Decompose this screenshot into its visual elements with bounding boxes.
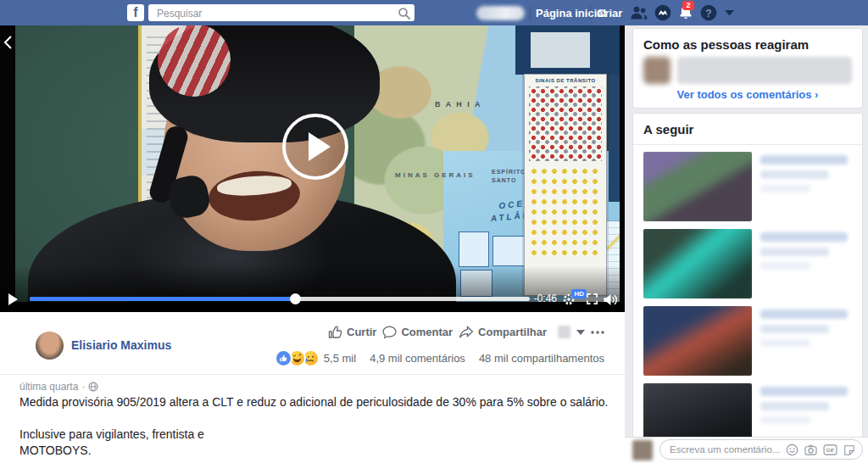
video-meta-blurred (760, 170, 829, 179)
blurred-comment-row[interactable] (643, 57, 852, 85)
video-title-blurred (760, 310, 848, 319)
help-icon[interactable]: ? (700, 4, 717, 21)
user-avatar-blurred (632, 440, 653, 460)
comments-count[interactable]: 4,9 mil comentários (370, 352, 465, 365)
sticker-icon[interactable] (843, 444, 855, 456)
share-button[interactable]: Compartilhar (459, 326, 547, 339)
traffic-signs-grid (529, 166, 602, 259)
video-thumbnail-blurred (643, 306, 752, 376)
video-meta-blurred (760, 325, 829, 333)
author-avatar[interactable] (36, 332, 64, 360)
like-button[interactable]: Curtir (328, 325, 376, 339)
author-name-link[interactable]: Elisiario Maximus (71, 338, 171, 352)
reaction-icons[interactable] (275, 349, 315, 367)
map-label-bahia: B A H I A (435, 100, 482, 109)
post-text-line: Medida provisória 905/2019 altera a CLT … (19, 394, 613, 410)
video-thumbnail-blurred (643, 152, 752, 221)
volume-icon[interactable] (603, 293, 619, 307)
map-label-minas: MINAS GERAIS (395, 171, 476, 179)
comment-button[interactable]: Comentar (382, 325, 453, 339)
friend-requests-icon[interactable] (630, 6, 648, 20)
gif-icon[interactable]: GIF (823, 444, 837, 455)
search-icon[interactable] (398, 7, 411, 20)
video-title-blurred (760, 232, 848, 242)
commenter-avatar-blurred (643, 57, 670, 84)
video-meta-blurred (760, 402, 829, 410)
up-next-video-item[interactable] (643, 152, 852, 221)
comment-bar: Escreva um comentário... GIF (625, 437, 868, 463)
svg-text:?: ? (705, 8, 711, 20)
facebook-video-page: f Página inicial Criar 2 ? (0, 0, 868, 463)
video-meta-blurred (760, 416, 810, 424)
camera-icon[interactable] (804, 444, 817, 455)
hd-quality-badge[interactable]: HD (571, 289, 587, 298)
profile-name-blurred[interactable] (476, 6, 525, 20)
nav-divider (530, 6, 531, 20)
reactions-card: Como as pessoas reagiram Ver todos os co… (632, 28, 863, 109)
account-caret-icon[interactable] (725, 10, 734, 16)
comment-text-blurred (677, 57, 852, 84)
play-overlay-button[interactable] (282, 114, 348, 180)
post-text-line: MOTOBOYS. (19, 443, 613, 459)
dot-separator: · (81, 381, 85, 393)
video-meta-blurred (760, 262, 810, 270)
traffic-signs-poster: SINAIS DE TRÂNSITO (524, 74, 607, 296)
like-reaction-icon (275, 349, 292, 367)
facebook-logo-icon[interactable]: f (127, 4, 144, 21)
comment-input[interactable]: Escreva um comentário... GIF (659, 439, 863, 460)
video-meta-blurred (760, 248, 829, 256)
comment-bubble-icon (382, 325, 397, 339)
home-link[interactable]: Página inicial (536, 7, 606, 20)
video-title-blurred (760, 387, 848, 396)
fullscreen-icon[interactable] (586, 293, 598, 305)
post-body: Medida provisória 905/2019 altera a CLT … (19, 394, 613, 459)
caret-down-icon[interactable] (576, 330, 585, 335)
video-meta-blurred (760, 339, 810, 347)
poster-title: SINAIS DE TRÂNSITO (525, 78, 606, 83)
notification-count-badge: 2 (682, 1, 694, 10)
time-remaining: -0:46 (534, 293, 557, 304)
traffic-signs-grid (529, 86, 602, 161)
reactions-count[interactable]: 5,5 mil (324, 352, 356, 365)
top-navbar: f Página inicial Criar 2 ? (0, 0, 868, 25)
right-sidebar: Como as pessoas reagiram Ver todos os co… (625, 25, 868, 463)
more-options-icon[interactable] (591, 331, 604, 334)
emoji-icon[interactable] (786, 443, 798, 456)
globe-privacy-icon (88, 382, 98, 392)
video-title-blurred (760, 155, 848, 165)
nav-divider (590, 6, 591, 20)
post-timestamp[interactable]: última quarta · (19, 381, 98, 393)
divider (0, 374, 625, 375)
messenger-icon[interactable] (654, 4, 671, 21)
video-player[interactable]: OCEANOATLÂNTICO B A H I A MINAS GERAIS E… (0, 25, 625, 312)
create-link[interactable]: Criar (597, 7, 622, 20)
reactions-card-title: Como as pessoas reagiram (643, 37, 852, 52)
post-text-line: Inclusive para vigilantes, frentista e (19, 427, 613, 443)
up-next-video-item[interactable] (643, 229, 852, 298)
comment-input-icons: GIF (786, 443, 855, 456)
shares-count[interactable]: 48 mil compartilhamentos (479, 352, 604, 365)
svg-text:GIF: GIF (826, 448, 834, 453)
post-section: Elisiario Maximus Curtir Comentar Compar… (0, 312, 625, 463)
play-button[interactable] (8, 293, 18, 305)
video-progress-track[interactable] (30, 297, 530, 301)
comment-placeholder: Escreva um comentário... (670, 444, 780, 455)
save-button-blurred[interactable] (558, 326, 570, 338)
map-top-panel (515, 25, 620, 75)
helmet-graphic (158, 25, 231, 97)
up-next-card: A seguir (632, 113, 863, 462)
search-box (148, 4, 415, 21)
video-progress-knob[interactable] (290, 293, 301, 304)
post-stats: 5,5 mil 4,9 mil comentários 48 mil compa… (275, 349, 604, 367)
controls-gradient (0, 265, 625, 312)
exit-theater-chevron-icon[interactable] (2, 34, 14, 51)
video-progress-fill (30, 297, 295, 301)
video-thumbnail-blurred (643, 229, 752, 298)
map-right-edge (609, 75, 620, 202)
up-next-video-item[interactable] (643, 306, 852, 376)
post-actions: Curtir Comentar Compartilhar (328, 325, 604, 339)
see-all-comments-link[interactable]: Ver todos os comentários › (633, 88, 862, 101)
map-inset-card (492, 236, 528, 266)
search-input[interactable] (155, 4, 387, 23)
share-arrow-icon (459, 326, 474, 339)
